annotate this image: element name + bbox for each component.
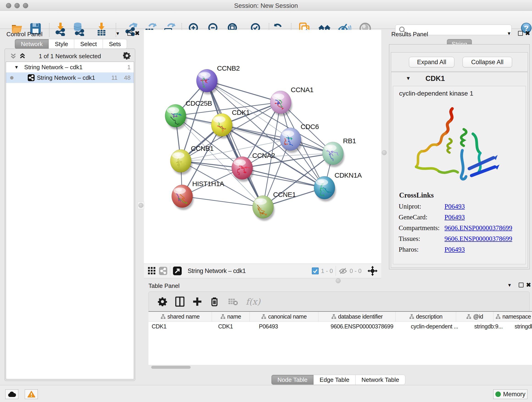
add-column-icon[interactable] bbox=[193, 297, 202, 306]
cell-databaseidentifier[interactable]: 9606.ENSP00000378699 bbox=[327, 322, 408, 331]
tab-sets[interactable]: Sets bbox=[103, 39, 127, 49]
delete-column-icon[interactable] bbox=[210, 297, 219, 307]
network-view-title: String Network – cdk1 bbox=[188, 268, 246, 274]
gene-collapse-icon[interactable]: ▼ bbox=[406, 75, 411, 81]
table-header-row: shared namenamecanonical namedatabase id… bbox=[148, 312, 532, 322]
table-row[interactable]: CDK1CDK1P064939606.ENSP00000378699cyclin… bbox=[148, 322, 532, 331]
crosslink-link[interactable]: 9606.ENSP00000378699 bbox=[444, 235, 512, 242]
column-header-description[interactable]: description bbox=[396, 312, 456, 321]
memory-label: Memory bbox=[503, 391, 526, 398]
collapse-all-button[interactable]: Collapse All bbox=[462, 57, 512, 67]
show-column-icon[interactable] bbox=[175, 297, 184, 307]
expand-all-button[interactable]: Expand All bbox=[409, 57, 454, 67]
table-panel-float-icon[interactable] bbox=[519, 283, 524, 287]
column-type-icon bbox=[496, 314, 500, 319]
delete-table-icon bbox=[228, 298, 238, 306]
tab-network[interactable]: Network bbox=[15, 39, 49, 49]
column-header-sharedname[interactable]: shared name bbox=[148, 312, 212, 321]
column-type-icon bbox=[331, 314, 336, 319]
cell-sharedname[interactable]: CDK1 bbox=[148, 322, 215, 331]
results-panel-close-icon[interactable]: ✖ bbox=[525, 31, 530, 36]
selected-checkbox-icon[interactable] bbox=[312, 268, 319, 274]
control-panel-menu-icon[interactable]: ▼ bbox=[115, 31, 120, 36]
cell-name[interactable]: CDK1 bbox=[215, 322, 256, 331]
network-row[interactable]: String Network – cdk1 11 48 bbox=[6, 72, 134, 83]
collection-expand-icon[interactable]: ▼ bbox=[14, 65, 19, 70]
tab-node-table[interactable]: Node Table bbox=[271, 375, 314, 385]
network-node-RB1[interactable] bbox=[322, 142, 344, 167]
results-panel-float-icon[interactable] bbox=[518, 31, 523, 36]
crosslink-row: Tissues:9606.ENSP00000378699 bbox=[399, 235, 526, 242]
memory-button[interactable]: Memory bbox=[493, 389, 527, 399]
panel-divider-handle[interactable] bbox=[138, 202, 144, 209]
hidden-eye-icon[interactable] bbox=[339, 268, 347, 274]
network-node-CDK1[interactable] bbox=[211, 114, 233, 139]
network-tree: ▼ String Network – cdk1 1 String Network… bbox=[6, 62, 134, 379]
control-panel-close-icon[interactable]: ✖ bbox=[135, 31, 140, 36]
column-header-canonicalname[interactable]: canonical name bbox=[250, 312, 318, 321]
column-header-namespace[interactable]: namespace bbox=[494, 312, 532, 321]
node-label-CDC6: CDC6 bbox=[301, 123, 319, 130]
column-type-icon bbox=[261, 314, 266, 319]
column-header-id[interactable]: @id bbox=[456, 312, 494, 321]
network-edge[interactable] bbox=[242, 168, 324, 188]
table-options-gear-icon[interactable] bbox=[158, 297, 167, 306]
status-bar: Memory bbox=[0, 385, 532, 402]
grid-view-icon[interactable] bbox=[148, 267, 156, 275]
network-node-CCNA1[interactable] bbox=[270, 91, 292, 116]
crosslink-link[interactable]: 9606.ENSP00000378699 bbox=[444, 224, 512, 232]
network-options-gear-icon[interactable] bbox=[123, 52, 131, 60]
gene-section-header[interactable]: ▼ CDK1 bbox=[391, 72, 528, 85]
cell-namespace[interactable]: stringdb bbox=[511, 322, 532, 331]
collection-label: String Network – cdk1 bbox=[24, 64, 82, 71]
cloud-status-button[interactable] bbox=[5, 389, 18, 399]
network-node-count: 11 bbox=[111, 74, 118, 81]
node-label-CCNA2: CCNA2 bbox=[252, 152, 275, 159]
bird-eye-toggle-icon[interactable] bbox=[367, 266, 378, 276]
network-node-CDC6[interactable] bbox=[280, 128, 302, 153]
cell-description[interactable]: cyclin-dependent ... bbox=[408, 322, 471, 331]
network-canvas[interactable]: CCNB2CCNA1CDC25BCDK1CDC6RB1CCNB1CCNA2CDK… bbox=[144, 30, 381, 264]
crosslink-link[interactable]: P06493 bbox=[444, 213, 465, 221]
gene-name: CDK1 bbox=[425, 75, 445, 83]
selected-counts: 1 - 0 bbox=[321, 268, 333, 274]
tab-style[interactable]: Style bbox=[49, 39, 74, 49]
network-edge[interactable] bbox=[207, 81, 263, 207]
network-view-toolbar: String Network – cdk1 1 - 0 0 - 0 bbox=[144, 264, 381, 278]
tab-edge-table[interactable]: Edge Table bbox=[314, 375, 355, 385]
network-node-CDKN1A[interactable] bbox=[314, 176, 336, 201]
column-header-databaseidentifier[interactable]: database identifier bbox=[318, 312, 396, 321]
tab-network-table[interactable]: Network Table bbox=[355, 375, 405, 385]
open-in-window-icon[interactable] bbox=[173, 267, 182, 275]
network-node-CCNE1[interactable] bbox=[253, 196, 274, 221]
warning-status-button[interactable] bbox=[25, 389, 38, 399]
node-label-CCNE1: CCNE1 bbox=[273, 191, 296, 198]
crosslink-link[interactable]: P06493 bbox=[444, 246, 465, 253]
cell-canonicalname[interactable]: P06493 bbox=[256, 322, 327, 331]
table-panel-close-icon[interactable]: ✖ bbox=[526, 282, 531, 287]
crosslink-row: Uniprot:P06493 bbox=[399, 203, 526, 210]
crosslink-label: Pharos: bbox=[399, 246, 444, 253]
cell-id[interactable]: stringdb:9... bbox=[471, 322, 511, 331]
crosslink-link[interactable]: P06493 bbox=[444, 203, 465, 210]
control-panel-float-icon[interactable] bbox=[127, 31, 132, 36]
gene-details-box: cyclin-dependent kinase 1 bbox=[393, 86, 526, 264]
table-horizontal-scrollbar[interactable] bbox=[151, 366, 191, 369]
tab-select[interactable]: Select bbox=[74, 39, 103, 49]
network-node-HIST1H1A[interactable] bbox=[172, 185, 194, 210]
results-panel-menu-icon[interactable]: ▼ bbox=[507, 31, 511, 36]
table-tabs: Node Table Edge Table Network Table bbox=[271, 375, 405, 385]
network-type-icon bbox=[28, 74, 35, 81]
node-label-CCNB2: CCNB2 bbox=[217, 64, 240, 72]
network-edge[interactable] bbox=[182, 196, 263, 207]
network-node-CDC25B[interactable] bbox=[165, 104, 187, 129]
network-selection-status: 1 of 1 Network selected bbox=[5, 53, 135, 60]
column-header-name[interactable]: name bbox=[212, 312, 250, 321]
network-node-CCNB2[interactable] bbox=[196, 69, 218, 95]
network-share-icon[interactable] bbox=[159, 267, 167, 275]
crosslink-row: Pharos:P06493 bbox=[399, 246, 526, 253]
network-status-dot bbox=[10, 76, 13, 80]
string-results-box: Expand All Collapse All ▼ CDK1 cyclin-de… bbox=[389, 44, 530, 269]
network-collection-row[interactable]: ▼ String Network – cdk1 1 bbox=[6, 62, 134, 72]
table-panel-menu-icon[interactable]: ▼ bbox=[507, 283, 512, 287]
